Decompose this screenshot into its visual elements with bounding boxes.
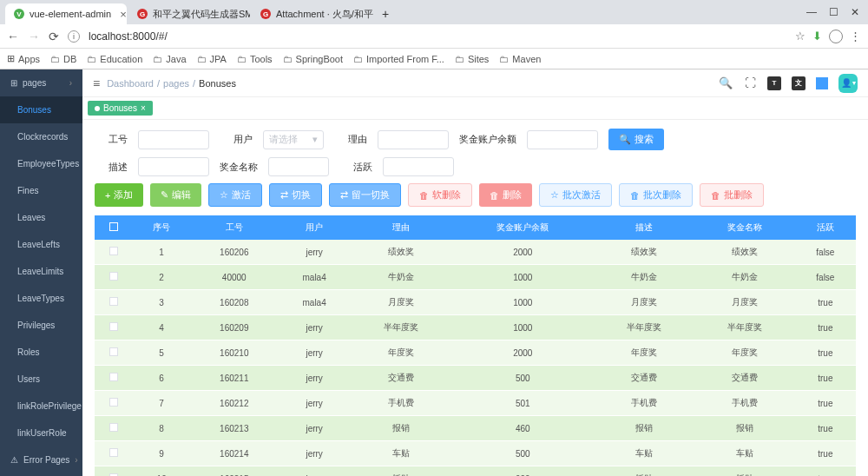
sidebar-item-users[interactable]: Users	[0, 366, 82, 393]
table-row[interactable]: 5160210jerry年度奖2000年度奖年度奖true	[95, 340, 856, 366]
delete-button[interactable]: 🗑 删除	[479, 183, 532, 207]
checkbox-all[interactable]	[109, 222, 118, 231]
star-icon[interactable]: ☆	[795, 30, 806, 43]
row-checkbox[interactable]	[109, 398, 118, 407]
table-row[interactable]: 6160211jerry交通费500交通费交通费true	[95, 366, 856, 391]
row-checkbox[interactable]	[109, 373, 118, 381]
sidebar-item-clockrecords[interactable]: Clockrecords	[0, 123, 82, 150]
row-checkbox[interactable]	[109, 297, 118, 306]
search-button[interactable]: 🔍 搜索	[608, 129, 664, 150]
sidebar-error-pages[interactable]: ⚠ Error Pages	[0, 446, 82, 473]
sidebar-root-pages[interactable]: ⊞ pages	[0, 69, 82, 96]
window-minimize-icon[interactable]: —	[806, 6, 817, 18]
fullscreen-icon[interactable]: ⛶	[743, 76, 757, 90]
sidebar-item-bonuses[interactable]: Bonuses	[0, 96, 82, 123]
input-jiangjin[interactable]	[268, 157, 329, 176]
sidebar-item-leavelefts[interactable]: LeaveLefts	[0, 231, 82, 258]
toggle-rest-button[interactable]: ⇄ 留一切换	[329, 183, 401, 207]
menu-icon[interactable]: ⋮	[850, 30, 861, 43]
forward-icon[interactable]: →	[28, 30, 40, 43]
bookmark-folder[interactable]: 🗀Tools	[237, 54, 273, 64]
reload-icon[interactable]: ⟳	[49, 30, 59, 43]
cell-active: true	[795, 466, 856, 477]
sidebar-item-privileges[interactable]: Privileges	[0, 312, 82, 339]
back-icon[interactable]: ←	[7, 30, 19, 43]
batch-soft-delete-button[interactable]: 🗑 批删除	[700, 183, 764, 207]
cell-active: false	[795, 240, 856, 265]
search-icon[interactable]: 🔍	[719, 76, 733, 90]
table-row[interactable]: 10160215jerry饭贴900饭贴饭贴true	[95, 466, 856, 477]
theme-icon[interactable]	[816, 77, 828, 89]
input-liyou[interactable]	[378, 130, 449, 149]
select-yonghu[interactable]: 请选择▾	[263, 130, 324, 149]
bookmark-folder[interactable]: 🗀Imported From F...	[353, 54, 444, 64]
sidebar-item-linkroleprivilege[interactable]: linkRolePrivilege	[0, 393, 82, 420]
avatar[interactable]: 👤▾	[838, 74, 858, 93]
row-checkbox[interactable]	[109, 423, 118, 432]
input-gonghao[interactable]	[138, 130, 209, 149]
crumb-pages[interactable]: pages	[163, 78, 189, 89]
table-row[interactable]: 9160214jerry车贴500车贴车贴true	[95, 441, 856, 466]
table-row[interactable]: 1160206jerry绩效奖2000绩效奖绩效奖false	[95, 240, 856, 265]
row-checkbox[interactable]	[109, 448, 118, 457]
col-checkbox	[95, 215, 132, 240]
row-checkbox[interactable]	[109, 247, 118, 255]
toggle-button[interactable]: ⇄ 切换	[269, 183, 322, 207]
cell-desc: 年度奖	[594, 340, 694, 366]
cell-id: 160209	[191, 315, 278, 340]
edit-button[interactable]: ✎ 编辑	[150, 183, 201, 207]
bookmark-folder[interactable]: 🗀Java	[153, 54, 186, 64]
row-checkbox[interactable]	[109, 347, 118, 356]
view-tag-bonuses[interactable]: Bonuses ×	[88, 101, 153, 116]
bookmark-folder[interactable]: 🗀JPA	[197, 54, 227, 64]
fontsize-icon[interactable]: T	[767, 76, 781, 90]
input-balance[interactable]	[527, 130, 598, 149]
cell-user: jerry	[278, 315, 352, 340]
crumb-dashboard[interactable]: Dashboard	[107, 78, 154, 89]
batch-activate-button[interactable]: ☆ 批次激活	[539, 183, 612, 207]
bookmark-folder[interactable]: 🗀SpringBoot	[283, 54, 343, 64]
tag-close-icon[interactable]: ×	[141, 103, 146, 113]
language-icon[interactable]: 文	[792, 76, 806, 90]
sidebar-item-leavelimits[interactable]: LeaveLimits	[0, 258, 82, 285]
extension-icon[interactable]: ⬇	[812, 30, 822, 43]
browser-tab[interactable]: G 和平之翼代码生成器SME... ×	[128, 3, 250, 24]
sidebar-item-leavetypes[interactable]: LeaveTypes	[0, 285, 82, 312]
tab-close-icon[interactable]: ×	[120, 8, 127, 21]
cell-name: 月度奖	[694, 290, 795, 315]
hamburger-icon[interactable]: ≡	[93, 76, 100, 90]
browser-tab[interactable]: V vue-element-admin ×	[5, 3, 127, 24]
sidebar-item-leaves[interactable]: Leaves	[0, 204, 82, 231]
window-close-icon[interactable]: ✕	[851, 6, 859, 18]
bookmark-folder[interactable]: 🗀Sites	[455, 54, 489, 64]
table-row[interactable]: 7160212jerry手机费501手机费手机费true	[95, 391, 856, 416]
soft-delete-button[interactable]: 🗑 软删除	[408, 183, 472, 207]
cell-active: true	[795, 290, 856, 315]
bookmark-folder[interactable]: 🗀Maven	[499, 54, 541, 64]
bookmark-folder[interactable]: 🗀Education	[87, 54, 142, 64]
cell-desc: 半年度奖	[594, 315, 694, 340]
row-checkbox[interactable]	[109, 272, 118, 281]
window-maximize-icon[interactable]: ☐	[829, 6, 838, 18]
profile-icon[interactable]	[829, 30, 843, 43]
sidebar-item-roles[interactable]: Roles	[0, 339, 82, 366]
url-text[interactable]: localhost:8000/#/	[89, 30, 786, 43]
table-row[interactable]: 240000mala4牛奶金1000牛奶金牛奶金false	[95, 265, 856, 290]
table-row[interactable]: 4160209jerry半年度奖1000半年度奖半年度奖true	[95, 315, 856, 340]
sidebar-item-employeetypes[interactable]: EmployeeTypes	[0, 150, 82, 177]
input-miaoshu[interactable]	[138, 157, 209, 176]
apps-shortcut[interactable]: ⊞ Apps	[7, 53, 40, 64]
row-checkbox[interactable]	[109, 322, 118, 331]
activate-button[interactable]: ☆ 激活	[208, 183, 262, 207]
table-row[interactable]: 3160208mala4月度奖1000月度奖月度奖true	[95, 290, 856, 315]
input-huoyue[interactable]	[383, 157, 454, 176]
table-row[interactable]: 8160213jerry报销460报销报销true	[95, 416, 856, 441]
new-tab-button[interactable]: +	[375, 3, 396, 24]
bookmark-folder[interactable]: 🗀DB	[50, 54, 76, 64]
browser-tab[interactable]: G Attachment · 火鸟/和平之... ×	[252, 3, 373, 24]
site-info-icon[interactable]: i	[68, 30, 80, 43]
sidebar-item-linkuserrole[interactable]: linkUserRole	[0, 420, 82, 446]
add-button[interactable]: + 添加	[95, 183, 143, 207]
batch-delete-button[interactable]: 🗑 批次删除	[619, 183, 693, 207]
sidebar-item-fines[interactable]: Fines	[0, 177, 82, 204]
